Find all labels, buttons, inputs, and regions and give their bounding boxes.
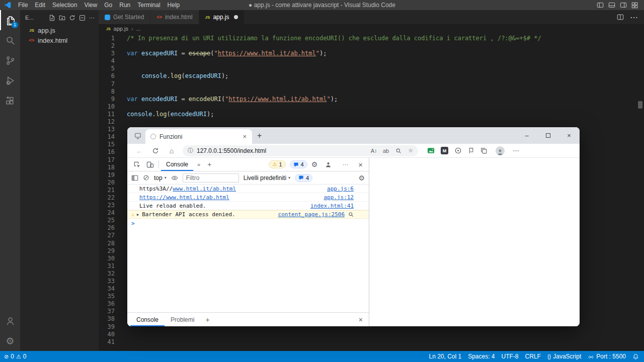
devtools-more-icon[interactable]: ⋯ [339, 161, 352, 168]
cursor-position[interactable]: Ln 20, Col 1 [429, 353, 461, 360]
inspect-element-icon[interactable] [130, 161, 143, 168]
settings-gear-icon[interactable]: ⚙ [0, 331, 20, 351]
explorer-button[interactable]: 1 [0, 10, 20, 30]
vscode-logo-icon[interactable] [4, 1, 12, 9]
code-line[interactable]: 2 [99, 42, 638, 50]
menu-go[interactable]: Go [101, 0, 116, 10]
close-devtools-icon[interactable]: × [356, 160, 365, 169]
zoom-icon[interactable] [395, 148, 401, 154]
extension-picture-icon[interactable] [427, 147, 435, 154]
toggle-panel-icon[interactable] [608, 2, 615, 9]
language-mode[interactable]: {} JavaScript [547, 353, 581, 360]
read-aloud-icon[interactable]: A) [371, 148, 376, 154]
search-icon[interactable] [348, 212, 354, 217]
snap-layout-icon[interactable] [631, 2, 638, 9]
customize-layout-icon[interactable] [620, 2, 627, 9]
warnings-badge[interactable]: ⚠ 1 [269, 160, 285, 168]
new-folder-icon[interactable] [59, 15, 65, 21]
live-server-port[interactable]: Port : 5500 [588, 353, 626, 360]
source-link[interactable]: app.js:12 [317, 194, 354, 201]
notifications-bell-icon[interactable] [632, 353, 639, 360]
problems-indicator[interactable]: ⊘ 0 ⚠ 0 [4, 353, 26, 360]
search-button[interactable] [0, 30, 20, 50]
eye-icon[interactable] [171, 174, 178, 182]
collections-icon[interactable] [480, 147, 488, 154]
code-line[interactable]: 41 [99, 338, 638, 346]
drawer-tab-console[interactable]: Console [130, 313, 165, 326]
reload-icon[interactable] [148, 147, 163, 154]
levels-messages-badge[interactable]: 4 [295, 174, 312, 182]
device-toolbar-icon[interactable] [143, 161, 156, 168]
account-button[interactable] [0, 311, 20, 331]
url-text[interactable]: 127.0.0.1:5500/index.html [197, 147, 266, 154]
indentation-setting[interactable]: Spaces: 4 [468, 353, 495, 360]
encoding-setting[interactable]: UTF-8 [502, 353, 519, 360]
menu-terminal[interactable]: Terminal [134, 0, 164, 10]
breadcrumb[interactable]: JS app.js › ... [99, 24, 644, 33]
favorites-flag-icon[interactable] [468, 147, 474, 154]
browser-tab[interactable]: Funzioni × [145, 129, 252, 144]
file-item-app.js[interactable]: JSapp.js [20, 25, 99, 35]
toggle-sidebar-icon[interactable] [597, 2, 604, 9]
profile-avatar[interactable] [496, 146, 505, 155]
message-link[interactable]: https://www.html.it/ab.html [139, 194, 229, 201]
tab-app.js[interactable]: JSapp.js [199, 10, 245, 24]
site-info-icon[interactable]: ⓘ [188, 147, 193, 154]
source-link[interactable]: index.html:41 [304, 203, 354, 209]
file-item-index.html[interactable]: <>index.html [20, 35, 99, 45]
menu-file[interactable]: File [15, 0, 31, 10]
breadcrumb-more[interactable]: ... [136, 26, 141, 32]
messages-badge[interactable]: 4 [290, 160, 307, 168]
run-debug-button[interactable] [0, 70, 20, 90]
source-link[interactable]: content_page.js:2506 [272, 211, 345, 218]
code-line[interactable]: 10 [99, 103, 638, 111]
eol-setting[interactable]: CRLF [525, 353, 541, 360]
code-line[interactable]: 12 [99, 118, 638, 126]
extension-circle-icon[interactable] [454, 147, 462, 154]
drawer-close-icon[interactable]: × [356, 316, 366, 324]
tab-actions-menu-icon[interactable] [134, 132, 141, 139]
favorite-star-icon[interactable]: ☆ [408, 147, 413, 154]
home-icon[interactable]: ⌂ [165, 147, 179, 155]
browser-menu-icon[interactable]: ⋯ [513, 147, 519, 154]
more-panels-icon[interactable]: » [193, 161, 204, 167]
code-line[interactable]: 11console.log(encodedURI); [99, 111, 638, 118]
code-line[interactable]: 9var encodedURI = encodeURI("https://www… [99, 96, 638, 103]
minimize-button[interactable]: – [516, 127, 537, 144]
collapse-folders-icon[interactable] [79, 15, 86, 21]
close-button[interactable]: × [558, 127, 580, 144]
console-sidebar-icon[interactable] [131, 174, 138, 182]
tab-close-icon[interactable]: × [241, 133, 248, 140]
filter-input[interactable] [183, 173, 239, 183]
code-line[interactable]: 6 console.log(escapedURI); [99, 72, 638, 80]
code-line[interactable]: 4 [99, 57, 638, 65]
translate-icon[interactable]: ab [383, 148, 389, 154]
clear-console-icon[interactable] [143, 174, 149, 181]
editor-scrollbar[interactable] [638, 101, 642, 109]
new-file-icon[interactable] [49, 15, 55, 21]
drawer-tab-problemi[interactable]: Problemi [165, 313, 200, 326]
tab-index.html[interactable]: <>index.html [150, 10, 199, 24]
tab-get-started[interactable]: Get Started [99, 10, 150, 24]
source-link[interactable]: app.js:6 [321, 186, 354, 192]
add-drawer-tab-icon[interactable]: + [200, 316, 214, 324]
maximize-button[interactable] [537, 127, 558, 144]
console-settings-icon[interactable]: ⚙ [358, 174, 365, 182]
menu-run[interactable]: Run [116, 0, 134, 10]
add-panel-icon[interactable]: + [204, 160, 214, 168]
feedback-icon[interactable] [321, 161, 335, 168]
breadcrumb-file[interactable]: app.js [114, 26, 128, 32]
message-link[interactable]: www.html.it/ab.html [173, 186, 236, 192]
dirty-indicator[interactable] [234, 15, 238, 19]
refresh-icon[interactable] [69, 15, 75, 21]
code-line[interactable]: 5 [99, 65, 638, 72]
extensions-button[interactable] [0, 90, 20, 111]
context-selector[interactable]: top▾ [154, 174, 167, 182]
back-icon[interactable]: ← [132, 147, 146, 155]
split-editor-icon[interactable] [617, 14, 624, 21]
menu-selection[interactable]: Selection [49, 0, 80, 10]
devtools-settings-icon[interactable]: ⚙ [311, 161, 318, 168]
code-line[interactable]: 1/* In presenza di un URI utilizziamo la… [99, 35, 638, 42]
source-control-button[interactable] [0, 50, 20, 70]
console-prompt[interactable]: > [127, 219, 369, 228]
